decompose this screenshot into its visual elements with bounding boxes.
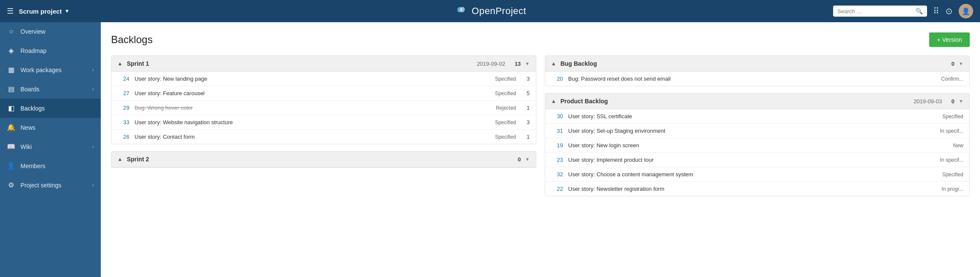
hamburger-icon[interactable]: ☰ <box>7 6 14 16</box>
issue-status-29: Rejected <box>482 105 516 111</box>
pb-row-30: 30 User story: SSL certificate Specified <box>545 109 970 124</box>
issue-status-27: Specified <box>482 90 516 96</box>
issue-status-33: Specified <box>482 120 516 125</box>
issue-title-26: User story: Contact form <box>135 134 477 140</box>
issue-id-30[interactable]: 30 <box>551 113 563 120</box>
sprint-1-caret-icon[interactable]: ▼ <box>525 61 530 66</box>
issue-points-26: 1 <box>521 134 530 140</box>
sprint-1-block: ▲ Sprint 1 2019-09-02 13 ▼ 24 User story… <box>111 55 536 144</box>
issue-status-31: In specif... <box>929 128 963 134</box>
apps-icon[interactable]: ⠿ <box>933 6 939 16</box>
issue-title-27: User story: Feature carousel <box>135 90 477 96</box>
backlogs-icon: ◧ <box>7 104 15 112</box>
boards-icon: ▤ <box>7 85 15 93</box>
app-logo: OpenProject <box>454 5 527 17</box>
issue-status-22: In progr... <box>929 186 963 192</box>
issue-points-24: 3 <box>521 76 530 82</box>
issue-status-19: New <box>929 143 963 149</box>
pb-row-22: 22 User story: Newsletter registration f… <box>545 182 970 196</box>
issue-id-19[interactable]: 19 <box>551 142 563 149</box>
product-backlog-header: ▲ Product Backlog 2019-09-03 0 ▼ <box>545 93 970 109</box>
project-title[interactable]: Scrum project ▼ <box>19 8 70 15</box>
bug-backlog-block: ▲ Bug Backlog 0 ▼ 20 Bug: Password reset… <box>545 55 970 86</box>
wiki-icon: 📖 <box>7 143 15 151</box>
sprint-2-name: Sprint 2 <box>127 156 504 163</box>
issue-status-23: In specif... <box>929 157 963 163</box>
issue-status-32: Specified <box>929 172 963 178</box>
roadmap-icon: ◈ <box>7 47 15 55</box>
sprint-2-block: ▲ Sprint 2 0 ▼ <box>111 151 536 168</box>
sidebar-item-work-packages[interactable]: ▦ Work packages › <box>0 60 101 79</box>
right-column: ▲ Bug Backlog 0 ▼ 20 Bug: Password reset… <box>545 55 970 196</box>
product-backlog-name: Product Backlog <box>560 98 909 105</box>
pb-row-23: 23 User story: Implement product tour In… <box>545 153 970 167</box>
project-settings-arrow-icon: › <box>92 182 94 188</box>
sprint-1-count: 13 <box>515 61 521 67</box>
main-content: Backlogs + Version ▲ Sprint 1 2019-09-02… <box>101 22 980 277</box>
sidebar-item-backlogs[interactable]: ◧ Backlogs <box>0 99 101 118</box>
news-icon: 🔔 <box>7 123 15 131</box>
main-layout: ○ Overview ◈ Roadmap ▦ Work packages › ▤… <box>0 22 980 277</box>
search-icon: 🔍 <box>916 8 923 15</box>
sidebar-item-roadmap[interactable]: ◈ Roadmap <box>0 41 101 60</box>
issue-points-33: 3 <box>521 119 530 125</box>
help-icon[interactable]: ⊙ <box>945 6 953 16</box>
project-caret-icon: ▼ <box>64 8 70 14</box>
bug-row-20: 20 Bug: Password reset does not send ema… <box>545 72 970 86</box>
sprint-1-row-33: 33 User story: Website navigation struct… <box>111 115 536 130</box>
product-backlog-caret-icon[interactable]: ▼ <box>959 99 963 104</box>
issue-status-30: Specified <box>929 114 963 120</box>
search-box[interactable]: 🔍 <box>833 6 927 17</box>
user-avatar[interactable]: 👤 <box>959 4 973 18</box>
sprint-1-header: ▲ Sprint 1 2019-09-02 13 ▼ <box>111 56 536 72</box>
sidebar-item-wiki[interactable]: 📖 Wiki › <box>0 137 101 156</box>
issue-id-22[interactable]: 22 <box>551 186 563 192</box>
issue-status-26: Specified <box>482 134 516 140</box>
issue-id-20[interactable]: 20 <box>551 76 563 82</box>
project-settings-icon: ⚙ <box>7 181 15 189</box>
issue-status-20: Confirm... <box>929 76 963 82</box>
sidebar-item-project-settings[interactable]: ⚙ Project settings › <box>0 175 101 195</box>
pb-row-19: 19 User story: New login screen New <box>545 138 970 153</box>
sidebar-item-boards[interactable]: ▤ Boards › <box>0 79 101 99</box>
left-column: ▲ Sprint 1 2019-09-02 13 ▼ 24 User story… <box>111 55 536 196</box>
pb-row-32: 32 User story: Choose a content manageme… <box>545 167 970 182</box>
issue-id-29[interactable]: 29 <box>117 105 129 111</box>
issue-id-27[interactable]: 27 <box>117 90 129 96</box>
issue-id-23[interactable]: 23 <box>551 157 563 163</box>
sidebar-item-news[interactable]: 🔔 News <box>0 118 101 137</box>
content-header: Backlogs + Version <box>111 32 970 47</box>
issue-title-20: Bug: Password reset does not send email <box>568 76 924 82</box>
product-backlog-toggle-icon[interactable]: ▲ <box>551 98 556 104</box>
issue-title-29: Bug: Wrong hover color <box>135 105 477 111</box>
issue-id-24[interactable]: 24 <box>117 76 129 82</box>
search-input[interactable] <box>837 8 912 15</box>
issue-status-24: Specified <box>482 76 516 82</box>
issue-title-32: User story: Choose a content management … <box>568 171 924 178</box>
issue-id-32[interactable]: 32 <box>551 171 563 178</box>
page-title: Backlogs <box>111 34 152 46</box>
issue-id-33[interactable]: 33 <box>117 119 129 125</box>
sidebar-item-members[interactable]: 👤 Members <box>0 156 101 175</box>
sprint-1-date: 2019-09-02 <box>477 61 506 67</box>
boards-arrow-icon: › <box>92 86 94 92</box>
sidebar: ○ Overview ◈ Roadmap ▦ Work packages › ▤… <box>0 22 101 277</box>
issue-title-19: User story: New login screen <box>568 142 924 149</box>
sprint-1-row-29: 29 Bug: Wrong hover color Rejected 1 <box>111 101 536 115</box>
issue-id-31[interactable]: 31 <box>551 128 563 134</box>
bug-backlog-name: Bug Backlog <box>560 60 947 67</box>
logo-text: OpenProject <box>472 6 527 17</box>
bug-backlog-toggle-icon[interactable]: ▲ <box>551 61 556 67</box>
sprint-2-toggle-icon[interactable]: ▲ <box>117 156 123 162</box>
bug-backlog-caret-icon[interactable]: ▼ <box>959 61 963 66</box>
sidebar-item-overview[interactable]: ○ Overview <box>0 22 101 41</box>
issue-title-24: User story: New landing page <box>135 76 477 82</box>
issue-id-26[interactable]: 26 <box>117 134 129 140</box>
issue-title-33: User story: Website navigation structure <box>135 119 477 125</box>
sprint-1-row-24: 24 User story: New landing page Specifie… <box>111 72 536 86</box>
add-version-button[interactable]: + Version <box>929 32 970 47</box>
product-backlog-block: ▲ Product Backlog 2019-09-03 0 ▼ 30 User… <box>545 93 970 196</box>
wiki-arrow-icon: › <box>92 144 94 150</box>
sprint-1-toggle-icon[interactable]: ▲ <box>117 61 123 67</box>
sprint-2-caret-icon[interactable]: ▼ <box>525 157 530 162</box>
